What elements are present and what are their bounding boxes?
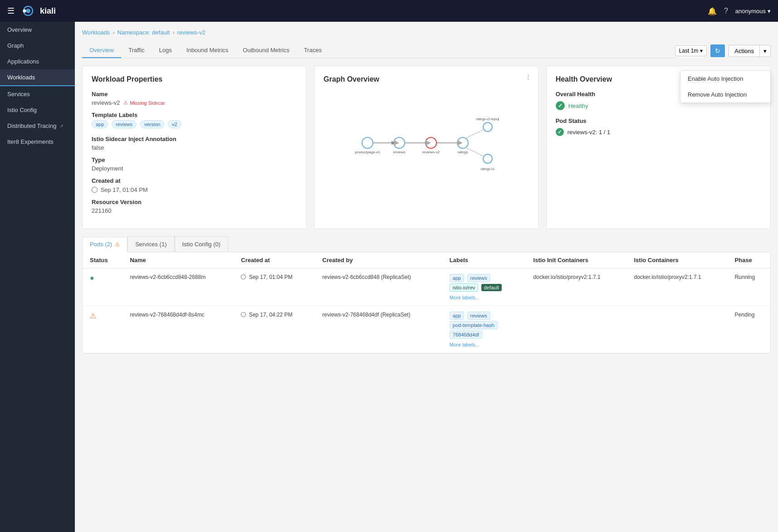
lower-tab-istio-label: Istio Config (0) [182, 241, 221, 248]
globe-icon-r1 [241, 274, 246, 279]
tab-traffic[interactable]: Traffic [121, 43, 152, 58]
table-row: ⚠ reviews-v2-768468d4df-8s4mc Sep 17, 04… [83, 306, 770, 353]
label-v2: v2 [168, 120, 181, 128]
time-selector[interactable]: Last 1m ▾ [675, 45, 707, 56]
svg-text:ratings: ratings [457, 150, 468, 154]
sidebar-item-distributed-tracing[interactable]: Distributed Tracing ↗ [0, 118, 75, 134]
svg-text:reviews-v2: reviews-v2 [422, 150, 440, 154]
sidebar-item-graph[interactable]: Graph [0, 38, 75, 54]
row1-label-istio: istio.io/rev [450, 283, 479, 292]
svg-text:productpage-v1: productpage-v1 [355, 150, 380, 154]
user-menu[interactable]: anonymous ▾ [735, 8, 771, 15]
main-tabs: Overview Traffic Logs Inbound Metrics Ou… [82, 43, 675, 59]
label-reviews: reviews [112, 120, 137, 128]
breadcrumb-workloads[interactable]: Workloads [82, 29, 110, 36]
sidebar-item-istio-config[interactable]: Istio Config [0, 102, 75, 118]
tabs-toolbar: Overview Traffic Logs Inbound Metrics Ou… [82, 43, 771, 59]
created-date: Sep 17, 01:04 PM [101, 186, 148, 193]
actions-caret-icon[interactable]: ▾ [759, 45, 770, 57]
cards-row: Workload Properties Name reviews-v2 ⚠ Mi… [82, 66, 771, 229]
tab-outbound-metrics[interactable]: Outbound Metrics [235, 43, 297, 58]
globe-icon [92, 187, 98, 193]
svg-marker-18 [426, 140, 431, 146]
type-label: Type [92, 156, 297, 163]
sidebar-item-workloads[interactable]: Workloads [0, 69, 75, 86]
row2-more-labels[interactable]: More labels... [450, 342, 519, 347]
svg-line-21 [466, 130, 483, 138]
sidebar-item-label: Workloads [7, 74, 35, 81]
dropdown-enable-auto-injection[interactable]: Enable Auto Injection [680, 71, 770, 87]
sidebar-item-label: Iter8 Experiments [7, 138, 54, 145]
row1-phase: Running [727, 268, 770, 306]
health-status-text: Healthy [568, 102, 588, 109]
row2-created-date: Sep 17, 04:22 PM [249, 312, 293, 318]
row2-label-hash: pod-template-hash [450, 321, 498, 329]
row2-created-by: reviews-v2-768468d4df (ReplicaSet) [315, 306, 442, 353]
svg-marker-16 [394, 140, 399, 146]
row1-more-labels[interactable]: More labels... [450, 295, 519, 300]
sidebar-item-applications[interactable]: Applications [0, 54, 75, 69]
lower-tab-istio-config[interactable]: Istio Config (0) [175, 236, 229, 252]
navbar: ☰ kiali 🔔 ? anonymous ▾ [0, 0, 778, 22]
status-warn-icon: ⚠ [90, 312, 96, 320]
row2-name: reviews-v2-768468d4df-8s4mc [122, 306, 234, 353]
row2-status: ⚠ [83, 306, 122, 353]
lower-tab-services-label: Services (1) [135, 241, 166, 248]
notifications-icon[interactable]: 🔔 [708, 7, 717, 15]
actions-label: Actions [729, 45, 759, 57]
sidebar-item-overview[interactable]: Overview [0, 22, 75, 38]
row1-created-by: reviews-v2-6cb6ccd848 (ReplicaSet) [315, 268, 442, 306]
row1-labels: app reviews istio.io/rev default More la… [442, 268, 526, 306]
pod-status-value: reviews-v2: 1 / 1 [568, 129, 611, 136]
kiali-logo [20, 5, 36, 16]
graph-area: productpage-v1 reviews reviews-v2 rating… [323, 91, 529, 190]
name-label: Name [92, 91, 297, 98]
refresh-button[interactable]: ↻ [710, 44, 725, 57]
template-labels-value: app reviews version v2 [92, 120, 297, 130]
lower-tab-services[interactable]: Services (1) [127, 236, 174, 252]
row1-status: ● [83, 268, 122, 306]
time-selector-value: Last 1m [679, 48, 699, 54]
breadcrumb-sep-2: › [172, 29, 174, 36]
svg-text:ratings-v1: ratings-v1 [481, 167, 495, 171]
sidebar-item-iter8[interactable]: Iter8 Experiments [0, 134, 75, 150]
row1-label-default: default [481, 284, 502, 291]
globe-icon-r2 [241, 312, 246, 317]
svg-marker-20 [457, 140, 463, 146]
sidebar-item-services[interactable]: Services [0, 86, 75, 102]
tab-traces[interactable]: Traces [297, 43, 329, 58]
navbar-icons: 🔔 ? anonymous ▾ [708, 7, 771, 15]
brand-name: kiali [40, 6, 56, 16]
created-label: Created at [92, 177, 297, 184]
pod-status-row: ✓ reviews-v2: 1 / 1 [556, 128, 761, 136]
sidebar-item-label: Distributed Tracing [7, 122, 56, 129]
graph-svg: productpage-v1 reviews reviews-v2 rating… [354, 100, 499, 181]
hamburger-icon[interactable]: ☰ [7, 6, 15, 16]
username: anonymous [735, 8, 766, 15]
actions-button[interactable]: Actions ▾ [729, 45, 771, 57]
sidebar-item-label: Services [7, 91, 30, 98]
breadcrumb-namespace[interactable]: Namespace: default [117, 29, 170, 36]
svg-line-22 [466, 148, 483, 156]
col-name: Name [122, 252, 234, 268]
pod-status-label: Pod Status [556, 117, 761, 124]
col-istio-init: Istio Init Containers [526, 252, 627, 268]
lower-tabs: Pods (2) ⚠ Services (1) Istio Config (0) [82, 236, 771, 252]
tab-overview[interactable]: Overview [82, 43, 121, 58]
lower-tab-pods-label: Pods (2) [90, 241, 112, 248]
resource-value: 221160 [92, 207, 297, 214]
graph-menu-icon[interactable]: ⋮ [525, 73, 531, 80]
lower-tab-pods[interactable]: Pods (2) ⚠ [82, 237, 127, 252]
row1-created-date: Sep 17, 01:04 PM [249, 274, 293, 280]
sidebar-item-label: Istio Config [7, 107, 37, 113]
user-chevron-icon: ▾ [768, 8, 771, 15]
graph-card-title: Graph Overview [323, 75, 529, 83]
help-icon[interactable]: ? [724, 7, 728, 15]
sidebar-item-label: Graph [7, 42, 24, 49]
row1-label-app: app [450, 274, 464, 282]
tab-inbound-metrics[interactable]: Inbound Metrics [179, 43, 236, 58]
dropdown-remove-auto-injection[interactable]: Remove Auto Injection [680, 87, 770, 102]
workload-card-title: Workload Properties [92, 75, 297, 83]
tab-logs[interactable]: Logs [152, 43, 179, 58]
pods-table: Status Name Created at Created by Labels… [83, 252, 770, 353]
